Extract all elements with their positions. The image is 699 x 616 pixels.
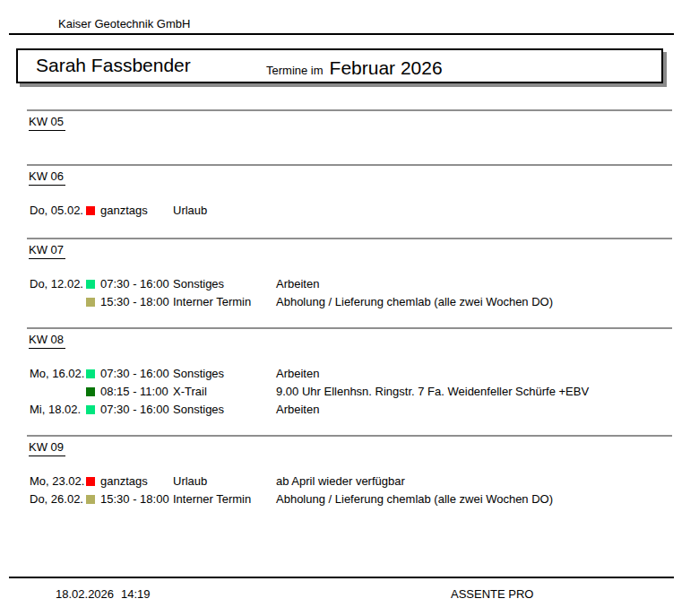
- time-label: 15:30 - 18:00: [100, 492, 169, 506]
- week-label: KW 05: [29, 115, 65, 131]
- spring-green-category-square-icon: [86, 280, 95, 289]
- week-label: KW 07: [29, 243, 65, 259]
- description-label: ab April wieder verfügbar: [276, 474, 405, 488]
- time-label: 08:15 - 11:00: [100, 385, 168, 398]
- week-divider: [27, 109, 672, 111]
- time-label: ganztags: [100, 204, 148, 217]
- description-label: Abholung / Lieferung chemlab (alle zwei …: [276, 295, 553, 308]
- dark-green-category-square-icon: [86, 387, 95, 396]
- time-label: 07:30 - 16:00: [100, 403, 169, 416]
- header-divider: [9, 33, 674, 35]
- appointment-type-label: Interner Termin: [173, 492, 251, 506]
- day-label: Mi, 18.02.: [30, 403, 81, 416]
- description-label: 9.00 Uhr Ellenhsn. Ringstr. 7 Fa. Weiden…: [276, 385, 589, 398]
- khaki-category-square-icon: [86, 298, 95, 307]
- person-name: Sarah Fassbender: [36, 55, 191, 76]
- description-label: Arbeiten: [276, 277, 319, 291]
- appointment-row: Do, 05.02.ganztagsUrlaub: [0, 202, 699, 220]
- appointment-row: 08:15 - 11:00X-Trail9.00 Uhr Ellenhsn. R…: [0, 383, 699, 401]
- day-label: Mo, 23.02.: [30, 474, 84, 488]
- red-category-square-icon: [86, 477, 95, 486]
- week-divider: [27, 435, 672, 437]
- appointment-type-label: Interner Termin: [173, 295, 251, 308]
- report-title: Termine im Februar 2026: [266, 50, 443, 89]
- footer-date: 18.02.2026: [56, 587, 114, 601]
- appointment-type-label: Sonstiges: [173, 367, 224, 380]
- company-name: Kaiser Geotechnik GmbH: [58, 17, 190, 30]
- red-category-square-icon: [86, 206, 95, 215]
- week-divider: [27, 327, 672, 329]
- appointment-row: 15:30 - 18:00Interner TerminAbholung / L…: [0, 293, 699, 311]
- spring-green-category-square-icon: [86, 405, 95, 414]
- appointment-type-label: Urlaub: [173, 474, 207, 488]
- appointment-type-label: X-Trail: [173, 385, 207, 398]
- time-label: 15:30 - 18:00: [100, 295, 169, 308]
- description-label: Arbeiten: [276, 403, 319, 416]
- time-label: 07:30 - 16:00: [100, 277, 169, 291]
- title-prefix: Termine im: [266, 64, 324, 77]
- appointment-row: Do, 26.02.15:30 - 18:00Interner TerminAb…: [0, 490, 699, 508]
- app-name: ASSENTE PRO: [451, 587, 533, 601]
- description-label: Arbeiten: [276, 367, 319, 380]
- week-divider: [27, 238, 672, 239]
- time-label: ganztags: [100, 474, 148, 488]
- time-label: 07:30 - 16:00: [100, 367, 169, 380]
- month-title: Februar 2026: [330, 57, 443, 79]
- report-page: Kaiser Geotechnik GmbH Sarah Fassbender …: [0, 0, 699, 616]
- footer-time: 14:19: [121, 587, 151, 601]
- appointment-row: Mi, 18.02.07:30 - 16:00SonstigesArbeiten: [0, 401, 699, 419]
- appointment-row: Mo, 23.02.ganztagsUrlaubab April wieder …: [0, 473, 699, 490]
- footer-divider: [9, 577, 674, 578]
- week-divider: [27, 164, 672, 166]
- title-box: Sarah Fassbender Termine im Februar 2026: [16, 48, 663, 83]
- day-label: Mo, 16.02.: [30, 367, 84, 380]
- appointment-row: Mo, 16.02.07:30 - 16:00SonstigesArbeiten: [0, 365, 699, 383]
- appointment-row: Do, 12.02.07:30 - 16:00SonstigesArbeiten: [0, 275, 699, 293]
- day-label: Do, 26.02.: [30, 492, 83, 506]
- day-label: Do, 05.02.: [30, 204, 83, 217]
- day-label: Do, 12.02.: [30, 277, 83, 291]
- description-label: Abholung / Lieferung chemlab (alle zwei …: [276, 492, 553, 506]
- week-label: KW 09: [29, 440, 65, 456]
- appointment-type-label: Sonstiges: [173, 277, 224, 291]
- spring-green-category-square-icon: [86, 369, 95, 378]
- week-label: KW 06: [29, 169, 65, 186]
- appointment-type-label: Urlaub: [173, 204, 207, 217]
- appointment-type-label: Sonstiges: [173, 403, 224, 416]
- khaki-category-square-icon: [86, 495, 95, 504]
- week-label: KW 08: [29, 333, 65, 349]
